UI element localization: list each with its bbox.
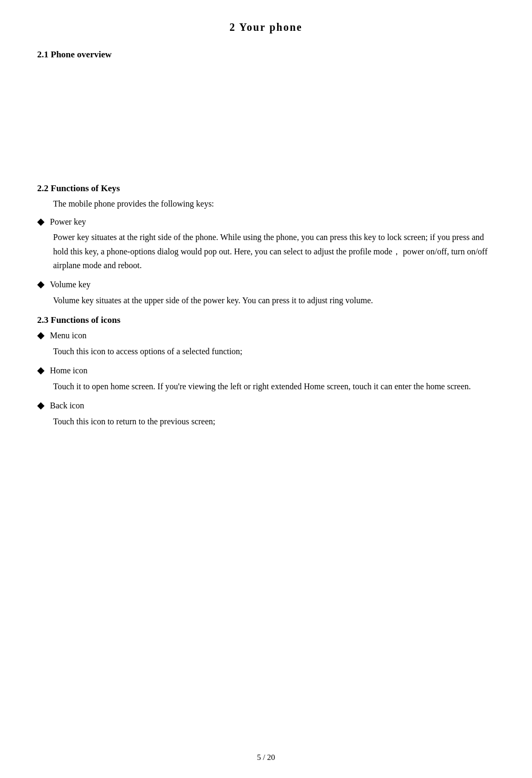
section-21-heading: 2.1 Phone overview <box>37 49 495 60</box>
menu-icon-title: Menu icon <box>50 329 87 343</box>
volume-key-bullet: ◆ Volume key <box>37 278 495 292</box>
page-container: 2 Your phone 2.1 Phone overview 2.2 Func… <box>0 0 532 778</box>
bullet-diamond-1: ◆ <box>37 216 45 227</box>
bullet-diamond-2: ◆ <box>37 278 45 290</box>
home-icon-desc: Touch it to open home screen. If you're … <box>53 380 495 394</box>
power-key-title: Power key <box>50 215 86 229</box>
back-icon-title: Back icon <box>50 399 84 413</box>
home-icon-title: Home icon <box>50 364 88 378</box>
volume-key-desc: Volume key situates at the upper side of… <box>53 294 495 307</box>
back-icon-desc: Touch this icon to return to the previou… <box>53 415 495 429</box>
bullet-diamond-3: ◆ <box>37 329 45 341</box>
home-icon-bullet: ◆ Home icon <box>37 364 495 378</box>
section-22-intro: The mobile phone provides the following … <box>53 197 495 211</box>
page-footer: 5 / 20 <box>37 753 495 762</box>
back-icon-bullet: ◆ Back icon <box>37 399 495 413</box>
volume-key-title: Volume key <box>50 278 91 292</box>
power-key-bullet: ◆ Power key <box>37 215 495 229</box>
menu-icon-bullet: ◆ Menu icon <box>37 329 495 343</box>
section-22-heading: 2.2 Functions of Keys <box>37 183 495 194</box>
bullet-diamond-4: ◆ <box>37 364 45 376</box>
power-key-desc: Power key situates at the right side of … <box>53 230 495 272</box>
bullet-diamond-5: ◆ <box>37 399 45 411</box>
page-title: 2 Your phone <box>37 21 495 33</box>
section-23-heading: 2.3 Functions of icons <box>37 315 495 326</box>
phone-image-placeholder <box>37 66 495 173</box>
menu-icon-desc: Touch this icon to access options of a s… <box>53 345 495 358</box>
